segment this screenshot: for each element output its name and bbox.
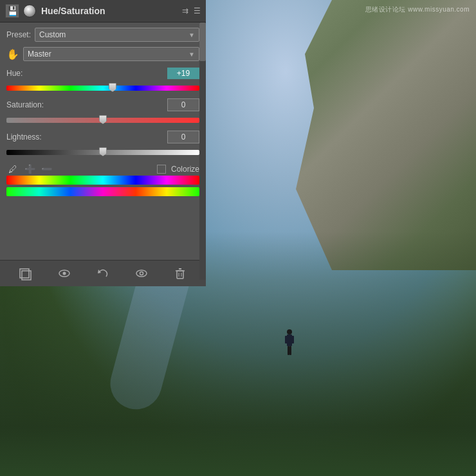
svg-point-0 [287, 329, 292, 334]
colorize-row: Colorize [157, 165, 199, 174]
original-hue-strip [6, 176, 199, 185]
saturation-slider[interactable] [6, 114, 199, 124]
hue-label: Hue: [6, 69, 58, 78]
remove-sample-icon[interactable]: ➖ [40, 163, 53, 176]
shifted-hue-strip [6, 187, 199, 196]
preset-label: Preset: [6, 30, 31, 39]
menu-icon[interactable]: ☰ [194, 6, 201, 15]
hue-row: Hue: +19 [6, 68, 199, 79]
watermark-text: 思绪设计论坛 www.missyuan.com [365, 5, 470, 14]
svg-rect-5 [289, 346, 291, 355]
trash-icon[interactable] [171, 264, 189, 282]
hue-thumb-inner [109, 83, 116, 92]
preset-value: Custom [39, 30, 66, 39]
svg-marker-10 [98, 270, 101, 273]
panel-toolbar [0, 260, 206, 286]
channel-arrow-icon: ▼ [188, 51, 195, 58]
saturation-value[interactable]: 0 [167, 98, 199, 111]
channel-row: ✋ Master ▼ [6, 47, 199, 61]
svg-rect-7 [22, 271, 31, 280]
lightness-thumb[interactable] [99, 147, 107, 156]
saturation-thumb[interactable] [99, 115, 107, 124]
eyedropper-icon[interactable]: 🖊 [6, 163, 19, 176]
hue-value[interactable]: +19 [167, 68, 199, 79]
colorize-label: Colorize [171, 165, 199, 174]
panel-body: Preset: Custom ▼ ✋ Master ▼ Hue: +19 [0, 23, 206, 260]
layer-preview-icon [23, 5, 36, 17]
expand-icon[interactable]: ⇉ [182, 6, 188, 15]
preset-arrow-icon: ▼ [188, 32, 195, 39]
panel-header: 💾 Hue/Saturation ⇉ ☰ [0, 0, 206, 23]
panel-title: Hue/Saturation [41, 6, 105, 16]
color-strip-container [6, 176, 199, 196]
preset-row: Preset: Custom ▼ [6, 28, 199, 42]
svg-rect-1 [287, 334, 292, 346]
svg-rect-13 [177, 271, 183, 279]
visibility-icon[interactable] [55, 264, 73, 282]
channel-select[interactable]: Master ▼ [23, 47, 199, 61]
panel-scrollbar[interactable] [199, 23, 206, 280]
tools-colorize-row: 🖊 ➕ ➖ Colorize [6, 163, 199, 176]
svg-rect-3 [291, 336, 294, 343]
svg-rect-6 [20, 269, 29, 278]
layer-comp-icon[interactable] [17, 264, 35, 282]
eye-preview-icon[interactable] [133, 264, 151, 282]
lightness-value[interactable]: 0 [167, 131, 199, 143]
panel-header-right: ⇉ ☰ [182, 6, 201, 15]
channel-value: Master [28, 50, 51, 59]
hue-slider[interactable] [6, 82, 199, 92]
panel-icons-left: 💾 [5, 4, 36, 18]
panel-title-area: 💾 Hue/Saturation [5, 4, 105, 18]
colorize-checkbox[interactable] [157, 165, 166, 174]
hand-icon[interactable]: ✋ [6, 48, 19, 60]
cliff-decoration [296, 0, 476, 270]
hue-thumb[interactable] [109, 83, 116, 92]
saturation-label: Saturation: [6, 100, 58, 109]
lightness-label: Lightness: [6, 133, 58, 142]
svg-point-12 [140, 272, 143, 275]
svg-rect-4 [288, 346, 289, 355]
properties-panel: 💾 Hue/Saturation ⇉ ☰ Preset: Custom ▼ ✋ … [0, 0, 206, 286]
scrollbar-thumb [199, 23, 206, 61]
lightness-thumb-inner [99, 147, 107, 156]
hue-track [6, 86, 199, 91]
undo-icon[interactable] [94, 264, 112, 282]
lightness-row: Lightness: 0 [6, 131, 199, 143]
saturation-thumb-inner [99, 115, 107, 124]
lightness-slider[interactable] [6, 146, 199, 156]
preset-select[interactable]: Custom ▼ [35, 28, 199, 42]
svg-rect-2 [285, 336, 288, 343]
add-sample-icon[interactable]: ➕ [23, 163, 36, 176]
saturation-row: Saturation: 0 [6, 98, 199, 111]
person-silhouette [283, 329, 296, 360]
save-icon[interactable]: 💾 [5, 4, 19, 18]
svg-point-9 [63, 272, 66, 275]
svg-point-11 [136, 270, 147, 277]
